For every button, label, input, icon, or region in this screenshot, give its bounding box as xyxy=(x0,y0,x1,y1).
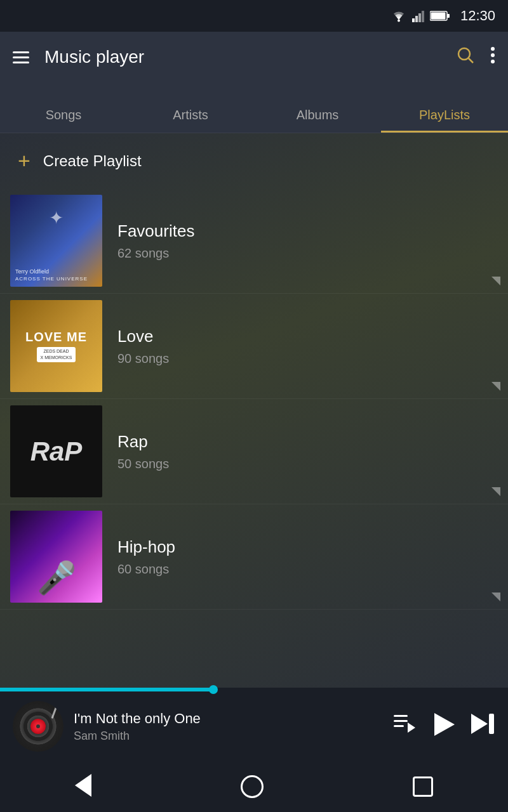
svg-point-11 xyxy=(491,53,495,57)
playlist-count: 50 songs xyxy=(117,457,498,471)
playlist-thumb-favourites: Terry Oldfield ACROSS THE UNIVERSE xyxy=(10,195,102,287)
queue-button[interactable] xyxy=(394,715,415,738)
song-info: I'm Not the only One Sam Smith xyxy=(74,710,384,743)
nav-recents-button[interactable] xyxy=(413,776,433,797)
search-button[interactable] xyxy=(456,46,475,69)
svg-rect-15 xyxy=(394,725,404,727)
now-playing-bar: I'm Not the only One Sam Smith xyxy=(0,691,508,761)
svg-rect-2 xyxy=(415,16,418,22)
playlist-item-love[interactable]: LOVE ME ZEDS DEADX MEMORICKS Love 90 son… xyxy=(0,294,508,399)
playlist-item-hiphop[interactable]: Hip-hop 60 songs xyxy=(0,504,508,610)
playlist-arrow xyxy=(491,277,500,285)
playlist-item-rap[interactable]: RaP Rap 50 songs xyxy=(0,399,508,504)
status-time: 12:30 xyxy=(460,8,495,24)
plus-icon: + xyxy=(18,148,30,173)
playlist-arrow xyxy=(491,593,500,601)
playlist-item-favourites[interactable]: Terry Oldfield ACROSS THE UNIVERSE Favou… xyxy=(0,188,508,294)
svg-line-9 xyxy=(469,58,473,63)
app-title: Music player xyxy=(44,47,456,67)
progress-bar-fill xyxy=(0,688,213,691)
playlist-name: Favourites xyxy=(117,221,498,241)
tab-artists[interactable]: Artists xyxy=(127,108,254,133)
svg-rect-7 xyxy=(447,14,450,18)
skip-next-button[interactable] xyxy=(470,712,495,741)
song-title: I'm Not the only One xyxy=(74,710,384,727)
tab-playlists[interactable]: PlayLists xyxy=(381,108,508,133)
player-controls xyxy=(394,710,495,743)
top-actions xyxy=(456,46,495,69)
svg-rect-14 xyxy=(394,720,408,722)
playlist-count: 60 songs xyxy=(117,562,498,577)
status-icons: 12:30 xyxy=(391,8,495,24)
progress-dot xyxy=(209,685,218,694)
more-options-button[interactable] xyxy=(490,46,495,69)
playlist-name: Rap xyxy=(117,432,498,452)
play-button[interactable] xyxy=(428,710,457,743)
nav-bar xyxy=(0,761,508,812)
signal-icon xyxy=(412,10,425,22)
nav-home-button[interactable] xyxy=(241,775,264,798)
status-bar: 12:30 xyxy=(0,0,508,32)
playlist-count: 62 songs xyxy=(117,246,498,261)
playlist-info-favourites: Favourites 62 songs xyxy=(117,221,498,261)
playlist-count: 90 songs xyxy=(117,351,498,366)
svg-marker-17 xyxy=(434,713,455,736)
svg-point-12 xyxy=(491,60,495,63)
create-playlist-button[interactable]: + Create Playlist xyxy=(0,133,508,188)
playlist-info-hiphop: Hip-hop 60 songs xyxy=(117,537,498,577)
progress-bar-container[interactable] xyxy=(0,688,508,691)
playlist-info-love: Love 90 songs xyxy=(117,327,498,366)
top-bar: Music player xyxy=(0,32,508,82)
main-content: + Create Playlist Terry Oldfield ACROSS … xyxy=(0,133,508,688)
tabs-container: Songs Artists Albums PlayLists xyxy=(0,82,508,133)
svg-rect-13 xyxy=(394,715,408,717)
svg-rect-4 xyxy=(422,11,424,22)
battery-icon xyxy=(430,10,450,22)
svg-rect-1 xyxy=(412,18,415,22)
hamburger-menu-button[interactable] xyxy=(13,51,29,63)
svg-marker-16 xyxy=(408,723,415,733)
wifi-icon xyxy=(391,10,407,22)
svg-marker-18 xyxy=(471,714,488,734)
playlist-thumb-hiphop xyxy=(10,511,102,603)
playlist-name: Hip-hop xyxy=(117,537,498,557)
playlist-name: Love xyxy=(117,327,498,346)
playlist-thumb-rap: RaP xyxy=(10,405,102,497)
playlist-info-rap: Rap 50 songs xyxy=(117,432,498,471)
svg-point-10 xyxy=(491,47,495,51)
playlist-arrow xyxy=(491,487,500,496)
svg-point-8 xyxy=(458,48,470,60)
song-artist: Sam Smith xyxy=(74,730,384,743)
playlist-thumb-love: LOVE ME ZEDS DEADX MEMORICKS xyxy=(10,300,102,392)
svg-rect-6 xyxy=(431,13,445,20)
svg-rect-19 xyxy=(489,714,494,734)
tab-albums[interactable]: Albums xyxy=(254,108,381,133)
svg-point-0 xyxy=(398,20,400,22)
vinyl-album-art xyxy=(13,701,64,752)
playlist-arrow xyxy=(491,382,500,391)
svg-rect-3 xyxy=(418,13,421,22)
nav-back-button[interactable] xyxy=(75,774,91,799)
create-playlist-label: Create Playlist xyxy=(43,152,142,170)
tab-songs[interactable]: Songs xyxy=(0,108,127,133)
